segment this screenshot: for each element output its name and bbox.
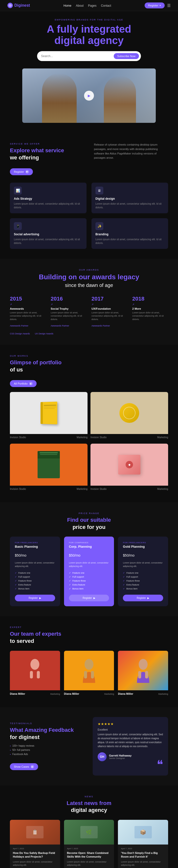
award-link-2017[interactable]: Awwwards Partner xyxy=(91,324,110,327)
subscribe-button[interactable]: Subscribe Now xyxy=(114,53,139,59)
digital-design-icon: 🖥 xyxy=(95,187,103,194)
pricing-price-basic: $50/mo xyxy=(15,550,55,558)
award-year-2018: 2018 xyxy=(132,296,168,302)
award-arrow-icon-2: ↗ xyxy=(51,303,87,306)
nav-home[interactable]: Home xyxy=(63,4,71,7)
pricing-feature: Extra feature xyxy=(15,583,55,587)
services-grid: 📊 Ads Strategy Lorem ipsum dolor sit ame… xyxy=(10,183,168,249)
service-desc-ads: Lorem ipsum dolor sit amet, consectetur … xyxy=(14,202,83,209)
award-name-2015: Awwwards xyxy=(10,307,46,310)
pricing-cta-basic[interactable]: Register ▶ xyxy=(15,595,55,601)
portfolio-item-4[interactable]: ◆ Invision Studio Marketing xyxy=(90,444,168,492)
news-label: NEWS xyxy=(10,795,168,798)
news-card-3[interactable]: 📦 April 7, 2023 'You Don't Simply Find a… xyxy=(118,820,168,868)
portfolio-studio-4: Invision Studio xyxy=(90,488,107,490)
pricing-feature: Extra feature xyxy=(123,583,163,587)
news-image-3: 📦 xyxy=(118,820,168,844)
pricing-feature: Full support xyxy=(123,575,163,579)
pricing-feature: Feature three xyxy=(15,579,55,583)
service-card-social: 📱 Social advertising Lorem ipsum dolor s… xyxy=(10,218,87,249)
author-avatar: GH xyxy=(98,752,107,761)
team-photo-diana-2 xyxy=(64,651,114,690)
news-card-1[interactable]: 📋 April 7, 2023 How Do You Safely Backup… xyxy=(10,820,60,868)
team-section: EXPERT Our team of experts to served Dia… xyxy=(0,616,178,707)
services-cta-button[interactable]: Register ▶ xyxy=(10,168,33,175)
pricing-arrow-icon-corp: ▶ xyxy=(93,597,95,599)
pricing-name-basic: Basic Planning xyxy=(15,545,55,549)
awards-subtitle: since the dawn of age xyxy=(10,282,168,288)
award-arrow-icon: ↗ xyxy=(10,303,46,306)
search-input[interactable] xyxy=(41,54,114,58)
awards-title: Building on our awards legacy xyxy=(10,273,168,281)
award-desc-2017: Lorem ipsum dolor sit amet, consectetur … xyxy=(91,311,127,321)
brand-logo[interactable]: Diginest xyxy=(7,3,30,8)
social-advertising-icon: 📱 xyxy=(14,222,22,230)
team-role-3: Marketing xyxy=(158,693,168,695)
testimonials-title: What Amazing Feedback for diginest xyxy=(10,726,85,741)
pricing-cta-gold[interactable]: Register ▶ xyxy=(123,595,163,601)
rating-label: Excellent xyxy=(98,728,163,731)
pricing-feature: Feature one xyxy=(15,571,55,575)
pricing-card-corp: For Companies Corp. Planning $50/mo Lore… xyxy=(64,536,114,606)
award-link-2016[interactable]: Awwwards Partner xyxy=(51,324,69,327)
portfolio-category-4: Marketing xyxy=(157,488,168,490)
news-grid: 📋 April 7, 2023 How Do You Safely Backup… xyxy=(10,820,168,868)
team-grid: Diana Miller Marketing Diana Miller Mark… xyxy=(10,651,168,697)
services-description: Release of cytoean sheets containing des… xyxy=(94,143,168,160)
portfolio-grid: Invision Studio Marketing Invision Studi… xyxy=(10,392,168,492)
person-silhouette xyxy=(27,658,42,683)
news-title-2: Become Open: Share Combined Skills With … xyxy=(67,851,111,859)
menu-icon[interactable]: ☰ xyxy=(167,3,171,8)
news-section: NEWS Latest news from digital agency 📋 A… xyxy=(0,785,178,868)
nav-contact[interactable]: Contact xyxy=(101,4,111,7)
portfolio-studio-1: Invision Studio xyxy=(10,436,26,439)
testimonials-card: ★★★★★ Excellent Lorem ipsum dolor sit am… xyxy=(93,717,168,776)
award-item-2015: 2015 ↗ Awwwards Lorem ipsum dolor sit am… xyxy=(10,296,46,328)
testimonials-cta-button[interactable]: Show Cases ▶ xyxy=(10,763,38,770)
svg-rect-3 xyxy=(30,671,33,678)
play-button[interactable]: ▶ xyxy=(84,91,94,101)
testimonial-stat-2: 50+ full partners xyxy=(10,748,85,752)
pricing-features-corp: Feature one Full support Feature three E… xyxy=(69,571,109,591)
portfolio-cta-button[interactable]: All Portfolio ▶ xyxy=(10,380,37,387)
pricing-feature: Full support xyxy=(69,575,109,579)
news-card-2[interactable]: 🌿 April 7, 2023 Become Open: Share Combi… xyxy=(64,820,114,868)
award-name-2016: Social Trophy xyxy=(51,307,87,310)
portfolio-title: Glimpse of portfolio of us xyxy=(10,359,62,373)
ux-design-awards-link[interactable]: UX Design Awards xyxy=(35,333,53,335)
hero-title: A fully integrated digital agency xyxy=(15,24,163,46)
team-caption-1: Diana Miller Marketing xyxy=(10,690,60,697)
pricing-feature: Bonus item xyxy=(123,587,163,591)
pricing-price-gold: $50/mo xyxy=(123,550,163,558)
pricing-badge-gold: For Freelancers xyxy=(123,541,163,544)
award-desc-2018: Lorem ipsum dolor sit amet, consectetur … xyxy=(132,311,168,321)
news-body-1: April 7, 2023 How Do You Safely Backup F… xyxy=(10,844,60,868)
service-card-ads: 📊 Ads Strategy Lorem ipsum dolor sit ame… xyxy=(10,183,87,213)
arrow-icon: ▶ xyxy=(26,170,29,174)
portfolio-category-2: Marketing xyxy=(157,436,168,439)
portfolio-item-2[interactable]: Invision Studio Marketing xyxy=(90,392,168,441)
author-title: Senior Designer xyxy=(109,757,131,760)
pricing-title: Find our suitable price for you xyxy=(10,517,168,531)
news-date-2: April 7, 2023 xyxy=(67,847,111,850)
portfolio-caption-4: Invision Studio Marketing xyxy=(90,486,168,492)
logo-icon xyxy=(7,3,13,8)
register-button[interactable]: Register ▼ xyxy=(145,2,165,8)
news-date-3: April 7, 2023 xyxy=(121,847,165,850)
nav-about[interactable]: About xyxy=(76,4,84,7)
svg-rect-7 xyxy=(91,671,94,678)
service-desc-design: Lorem ipsum dolor sit amet, consectetur … xyxy=(95,202,164,209)
pricing-features-basic: Feature one Full support Feature three E… xyxy=(15,571,55,591)
portfolio-item-3[interactable]: Invision Studio Marketing xyxy=(10,444,88,492)
play-icon: ▶ xyxy=(88,94,90,98)
nav-right: Register ▼ ☰ xyxy=(145,2,171,8)
css-design-awards-link[interactable]: CSS Design Awards xyxy=(10,333,30,335)
pricing-cta-corp[interactable]: Register ▶ xyxy=(69,595,109,601)
portfolio-header: OUR WORKS Glimpse of portfolio of us All… xyxy=(10,355,168,387)
award-link-2015[interactable]: Awwwards Partner xyxy=(10,324,28,327)
nav-pages[interactable]: Pages xyxy=(88,4,96,7)
portfolio-item-1[interactable]: Invision Studio Marketing xyxy=(10,392,88,441)
service-title-branding: Branding xyxy=(95,232,164,236)
services-right: Release of cytoean sheets containing des… xyxy=(94,143,168,160)
pricing-feature: Feature three xyxy=(123,579,163,583)
